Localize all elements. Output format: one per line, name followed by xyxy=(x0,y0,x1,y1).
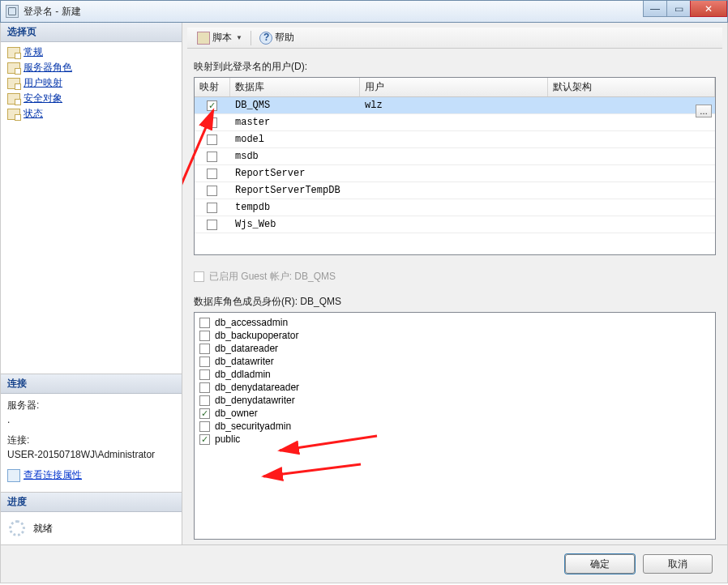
close-button[interactable]: ✕ xyxy=(690,1,727,17)
help-button[interactable]: 帮助 xyxy=(256,29,298,46)
role-name: db_datareader xyxy=(215,343,278,354)
user-cell[interactable] xyxy=(360,155,548,158)
sidebar-item-2[interactable]: 用户映射 xyxy=(4,75,178,91)
grid-header: 映射 数据库 用户 默认架构 xyxy=(195,78,715,97)
role-item[interactable]: db_backupoperator xyxy=(199,329,710,342)
sidebar-item-3[interactable]: 安全对象 xyxy=(4,91,178,106)
user-cell[interactable] xyxy=(360,172,548,175)
col-map[interactable]: 映射 xyxy=(195,78,230,96)
window-title: 登录名 - 新建 xyxy=(24,5,81,19)
col-db[interactable]: 数据库 xyxy=(230,78,360,96)
role-item[interactable]: db_datareader xyxy=(199,342,710,355)
page-selector-section: 选择页 常规服务器角色用户映射安全对象状态 xyxy=(1,23,182,374)
user-cell[interactable] xyxy=(360,189,548,192)
role-checkbox[interactable] xyxy=(199,344,210,354)
schema-cell[interactable] xyxy=(548,155,715,158)
sidebar-item-4[interactable]: 状态 xyxy=(4,106,178,122)
role-checkbox[interactable] xyxy=(199,357,210,367)
schema-cell[interactable] xyxy=(548,223,715,226)
role-item[interactable]: db_denydatareader xyxy=(199,381,710,394)
table-row[interactable]: tempdb xyxy=(195,199,715,216)
role-name: public xyxy=(215,433,240,445)
script-button[interactable]: 脚本 ▼ xyxy=(194,29,246,46)
page-icon xyxy=(7,47,20,58)
role-item[interactable]: db_owner xyxy=(199,407,710,420)
role-checkbox[interactable] xyxy=(199,318,210,328)
table-row[interactable]: DB_QMSwlz… xyxy=(195,97,715,114)
mapping-grid[interactable]: 映射 数据库 用户 默认架构 DB_QMSwlz…mastermodelmsdb… xyxy=(194,77,716,255)
sidebar-item-label: 状态 xyxy=(24,107,43,121)
spinner-icon xyxy=(9,520,25,536)
conn-label: 连接: xyxy=(1,429,182,447)
db-cell: ReportServer xyxy=(230,166,360,181)
left-panel: 选择页 常规服务器角色用户映射安全对象状态 连接 服务器: . 连接: USER… xyxy=(1,23,182,544)
schema-cell[interactable] xyxy=(548,189,715,192)
schema-cell[interactable] xyxy=(548,138,715,141)
view-connection-link-row: 查看连接属性 xyxy=(1,463,182,487)
sidebar-item-0[interactable]: 常规 xyxy=(4,45,178,60)
grid-body: DB_QMSwlz…mastermodelmsdbReportServerRep… xyxy=(195,97,715,233)
guest-checkbox xyxy=(194,271,204,282)
map-checkbox[interactable] xyxy=(207,169,217,179)
map-checkbox[interactable] xyxy=(207,220,217,230)
cancel-button[interactable]: 取消 xyxy=(643,554,713,574)
role-checkbox[interactable] xyxy=(199,331,210,341)
page-icon xyxy=(7,62,20,74)
help-icon xyxy=(259,32,272,45)
col-user[interactable]: 用户 xyxy=(360,78,548,96)
user-cell[interactable] xyxy=(360,206,548,209)
ok-button[interactable]: 确定 xyxy=(565,554,635,574)
role-checkbox[interactable] xyxy=(199,382,210,393)
window-icon xyxy=(6,5,19,18)
map-checkbox[interactable] xyxy=(207,152,217,162)
maximize-button[interactable]: ▭ xyxy=(666,1,691,17)
user-cell[interactable] xyxy=(360,121,548,124)
browse-button[interactable]: … xyxy=(696,105,712,117)
role-name: db_backupoperator xyxy=(215,330,298,341)
user-cell[interactable] xyxy=(360,223,548,226)
footer: 确定 取消 xyxy=(0,544,728,583)
role-checkbox[interactable] xyxy=(199,395,210,406)
table-row[interactable]: master xyxy=(195,114,715,131)
roles-list[interactable]: db_accessadmindb_backupoperatordb_datare… xyxy=(194,312,716,540)
user-cell[interactable]: wlz xyxy=(360,98,548,113)
titlebar[interactable]: 登录名 - 新建 — ▭ ✕ xyxy=(0,0,728,23)
table-row[interactable]: model xyxy=(195,131,715,148)
role-checkbox[interactable] xyxy=(199,408,210,419)
schema-cell[interactable] xyxy=(548,121,715,124)
role-item[interactable]: db_accessadmin xyxy=(199,316,710,329)
table-row[interactable]: Wjs_Web xyxy=(195,216,715,233)
col-schema[interactable]: 默认架构 xyxy=(548,78,715,96)
schema-cell[interactable] xyxy=(548,206,715,209)
server-label: 服务器: xyxy=(1,394,182,412)
table-row[interactable]: ReportServerTempDB xyxy=(195,182,715,199)
table-row[interactable]: msdb xyxy=(195,148,715,165)
role-item[interactable]: db_ddladmin xyxy=(199,368,710,381)
role-checkbox[interactable] xyxy=(199,369,210,380)
toolbar: 脚本 ▼ 帮助 xyxy=(187,28,722,49)
role-checkbox[interactable] xyxy=(199,421,210,432)
user-cell[interactable] xyxy=(360,138,548,141)
view-connection-link[interactable]: 查看连接属性 xyxy=(24,468,82,482)
map-checkbox[interactable] xyxy=(207,203,217,213)
map-checkbox[interactable] xyxy=(207,117,217,128)
role-name: db_ddladmin xyxy=(215,369,271,380)
minimize-button[interactable]: — xyxy=(643,1,667,17)
sidebar-item-1[interactable]: 服务器角色 xyxy=(4,60,178,75)
map-checkbox[interactable] xyxy=(207,100,217,111)
role-item[interactable]: public xyxy=(199,433,710,446)
table-row[interactable]: ReportServer xyxy=(195,165,715,182)
role-item[interactable]: db_denydatawriter xyxy=(199,394,710,407)
page-list: 常规服务器角色用户映射安全对象状态 xyxy=(1,42,182,124)
role-item[interactable]: db_securityadmin xyxy=(199,420,710,433)
schema-cell[interactable] xyxy=(548,172,715,175)
map-checkbox[interactable] xyxy=(207,186,217,196)
page-icon xyxy=(7,109,20,120)
page-icon xyxy=(7,93,20,105)
role-item[interactable]: db_datawriter xyxy=(199,355,710,368)
role-name: db_owner xyxy=(215,408,258,419)
schema-cell[interactable]: … xyxy=(548,104,715,107)
page-selector-header: 选择页 xyxy=(1,23,182,42)
role-checkbox[interactable] xyxy=(199,434,210,445)
map-checkbox[interactable] xyxy=(207,135,217,145)
